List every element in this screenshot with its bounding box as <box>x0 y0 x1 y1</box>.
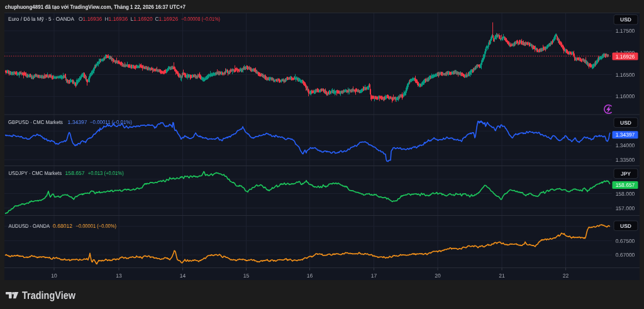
svg-text:158.000: 158.000 <box>616 191 635 197</box>
svg-text:17: 17 <box>371 272 377 279</box>
svg-text:22: 22 <box>563 272 569 279</box>
svg-text:1.16926: 1.16926 <box>616 53 635 60</box>
svg-text:21: 21 <box>499 272 505 279</box>
svg-text:1.16936: 1.16936 <box>83 16 103 22</box>
svg-text:0.67500: 0.67500 <box>616 238 635 244</box>
svg-text:1.34397: 1.34397 <box>616 132 635 138</box>
svg-text:JPY: JPY <box>621 171 631 177</box>
svg-text:10: 10 <box>51 272 57 279</box>
svg-text:15: 15 <box>243 272 250 279</box>
svg-text:1.16936: 1.16936 <box>109 16 128 22</box>
svg-text:+0.013 (+0.01%): +0.013 (+0.01%) <box>88 170 124 176</box>
svg-text:USDJPY · CMC Markets: USDJPY · CMC Markets <box>9 170 62 176</box>
svg-text:1.33500: 1.33500 <box>616 157 635 163</box>
svg-text:Euro / Đô la Mỹ · 5 · OANDA: Euro / Đô la Mỹ · 5 · OANDA <box>8 16 74 22</box>
svg-text:−0.00011 (−0.01%): −0.00011 (−0.01%) <box>90 119 132 125</box>
svg-text:USD: USD <box>620 120 631 126</box>
svg-text:AUDUSD · OANDA: AUDUSD · OANDA <box>9 223 50 229</box>
svg-text:16: 16 <box>307 272 313 279</box>
svg-text:0.67000: 0.67000 <box>616 252 635 258</box>
svg-text:1.34397: 1.34397 <box>68 119 87 125</box>
svg-text:14: 14 <box>180 272 186 279</box>
svg-text:20: 20 <box>435 272 441 279</box>
svg-text:USD: USD <box>620 223 631 229</box>
svg-text:1.16000: 1.16000 <box>616 93 635 99</box>
svg-text:USD: USD <box>620 16 631 23</box>
svg-text:1.16500: 1.16500 <box>616 72 635 78</box>
svg-text:0.68012: 0.68012 <box>53 223 72 229</box>
svg-text:TradingView: TradingView <box>22 289 76 301</box>
svg-text:1.16920: 1.16920 <box>133 16 153 22</box>
svg-text:157.000: 157.000 <box>616 205 635 211</box>
svg-text:chuphuong4891 đã tạo với Tradi: chuphuong4891 đã tạo với TradingView.com… <box>5 4 186 10</box>
svg-text:−0.00008 (−0.01%): −0.00008 (−0.01%) <box>181 16 220 22</box>
svg-text:13: 13 <box>116 272 122 279</box>
svg-text:1.17500: 1.17500 <box>616 28 635 34</box>
svg-text:1.16926: 1.16926 <box>159 16 179 22</box>
svg-text:158.657: 158.657 <box>616 182 635 188</box>
svg-text:−0.00001 (−0.00%): −0.00001 (−0.00%) <box>76 223 117 229</box>
svg-text:GBPUSD · CMC Markets: GBPUSD · CMC Markets <box>8 119 63 125</box>
svg-text:1.34000: 1.34000 <box>616 142 635 149</box>
svg-text:158.657: 158.657 <box>65 170 85 176</box>
